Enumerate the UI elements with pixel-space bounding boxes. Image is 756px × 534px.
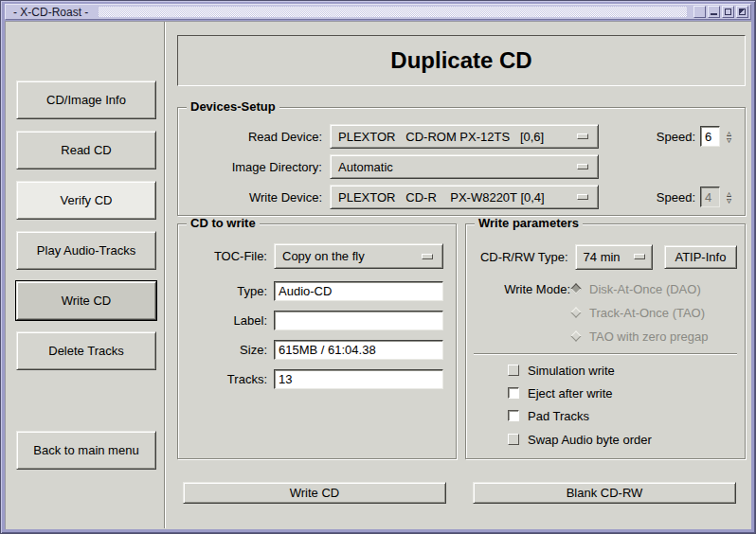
option-menu-indicator-icon (577, 164, 588, 169)
type-label: Type: (188, 284, 267, 298)
write-parameters-separator (474, 353, 737, 354)
image-directory-value: Automatic (338, 160, 393, 174)
checkbox-simulation-write[interactable]: Simulation write (508, 364, 615, 377)
checkbox-label: Pad Tracks (528, 409, 589, 423)
write-parameters-frame: Write parameters CD-R/RW Type: 74 min AT… (465, 223, 746, 459)
read-device-select[interactable]: PLEXTOR CD-ROM PX-12TS [0,6] (330, 124, 599, 149)
checkbox-label: Swap Audio byte order (528, 433, 652, 447)
label-label: Label: (188, 313, 267, 328)
atip-info-label: ATIP-Info (675, 250, 726, 264)
write-device-label: Write Device: (188, 190, 322, 205)
sidebar-item-read-cd[interactable]: Read CD (16, 131, 156, 169)
minimize-button[interactable] (708, 6, 720, 18)
atip-info-button[interactable]: ATIP-Info (664, 245, 737, 269)
radio-label: TAO with zero pregap (589, 329, 708, 344)
write-device-value: PLEXTOR CD-R PX-W8220T [0,4] (338, 190, 545, 205)
window-extra-button[interactable] (693, 6, 706, 18)
close-icon (739, 9, 746, 15)
read-speed-input[interactable]: 6 (700, 126, 720, 147)
radio-icon (570, 283, 581, 294)
app-window: - X-CD-Roast - CD/Image Info Read CD Ver… (0, 0, 756, 534)
write-cd-button[interactable]: Write CD (183, 482, 446, 504)
read-device-label: Read Device: (188, 130, 322, 144)
sidebar-item-label: Back to main menu (33, 443, 138, 457)
sidebar-item-verify-cd[interactable]: Verify CD (16, 181, 156, 220)
option-menu-indicator-icon (577, 194, 588, 200)
radio-tao: Track-At-Once (TAO) (570, 305, 705, 320)
content-area: CD/Image Info Read CD Verify CD Play Aud… (5, 21, 751, 529)
checkbox-pad-tracks[interactable]: Pad Tracks (508, 409, 589, 422)
option-menu-indicator-icon (577, 134, 588, 139)
sidebar-item-label: Play Audio-Tracks (37, 243, 135, 258)
sidebar-item-label: Read CD (61, 143, 111, 157)
read-device-value: PLEXTOR CD-ROM PX-12TS [0,6] (338, 130, 544, 144)
cd-to-write-frame: CD to write TOC-File: Copy on the fly Ty… (177, 223, 457, 459)
option-menu-indicator-icon (422, 254, 433, 259)
spin-down-icon[interactable]: ▿ (723, 136, 735, 143)
sidebar-item-label: Verify CD (61, 193, 113, 207)
titlebar[interactable]: - X-CD-Roast - (5, 4, 751, 20)
type-input[interactable]: Audio-CD (274, 281, 443, 301)
sidebar-item-play-audio-tracks[interactable]: Play Audio-Tracks (16, 231, 156, 270)
checkbox-icon[interactable] (508, 410, 519, 421)
write-speed-value: 4 (705, 190, 711, 205)
radio-icon (570, 330, 581, 341)
page-title: Duplicate CD (390, 47, 531, 74)
spin-down-icon[interactable]: ▿ (723, 197, 735, 204)
size-value: 615MB / 61:04.38 (279, 343, 376, 357)
back-to-main-menu-button[interactable]: Back to main menu (16, 431, 156, 470)
radio-icon (570, 307, 581, 317)
write-cd-button-label: Write CD (290, 486, 339, 500)
read-speed-label: Speed: (657, 130, 695, 144)
image-directory-label: Image Directory: (188, 160, 322, 174)
radio-tao-zero-pregap: TAO with zero pregap (570, 329, 708, 344)
radio-label: Disk-At-Once (DAO) (589, 282, 701, 296)
write-device-select[interactable]: PLEXTOR CD-R PX-W8220T [0,4] (330, 185, 599, 209)
sidebar-item-write-cd[interactable]: Write CD (16, 281, 156, 320)
checkbox-label: Simulation write (528, 364, 615, 378)
cd-to-write-legend: CD to write (187, 217, 260, 230)
write-speed-input: 4 (700, 187, 720, 207)
write-speed-label: Speed: (657, 190, 695, 205)
page-title-box: Duplicate CD (177, 35, 746, 86)
sidebar-item-label: Delete Tracks (48, 344, 123, 358)
read-speed-value: 6 (705, 130, 711, 144)
cdr-type-select[interactable]: 74 min (575, 244, 653, 270)
sidebar-item-label: Write CD (62, 294, 111, 308)
checkbox-icon[interactable] (508, 434, 519, 445)
sidebar-item-delete-tracks[interactable]: Delete Tracks (16, 331, 156, 370)
radio-label: Track-At-Once (TAO) (589, 306, 705, 320)
titlebar-stipple (99, 7, 687, 17)
minimize-icon (711, 13, 717, 15)
label-input[interactable] (274, 311, 443, 330)
image-directory-select[interactable]: Automatic (330, 154, 599, 179)
close-button[interactable] (736, 6, 748, 18)
write-mode-label: Write Mode: (474, 282, 570, 296)
checkbox-icon[interactable] (508, 365, 519, 376)
cdr-type-label: CD-R/RW Type: (474, 250, 568, 264)
toc-file-select[interactable]: Copy on the fly (274, 243, 443, 269)
sidebar-item-cd-image-info[interactable]: CD/Image Info (16, 80, 156, 119)
tracks-input[interactable]: 13 (274, 369, 443, 389)
type-value: Audio-CD (279, 284, 332, 298)
radio-dao: Disk-At-Once (DAO) (570, 281, 701, 296)
tracks-value: 13 (279, 372, 292, 386)
sidebar-item-label: CD/Image Info (46, 93, 126, 107)
option-menu-indicator-icon (634, 254, 645, 259)
size-input[interactable]: 615MB / 61:04.38 (274, 340, 443, 360)
maximize-button[interactable] (722, 6, 734, 18)
sidebar-separator (164, 22, 165, 528)
tracks-label: Tracks: (188, 372, 267, 386)
devices-setup-legend: Devices-Setup (187, 100, 279, 114)
toc-file-label: TOC-File: (188, 249, 267, 263)
checkbox-swap-audio-byte-order[interactable]: Swap Audio byte order (508, 433, 652, 446)
write-speed-spinner[interactable]: ▵▿ (723, 190, 735, 204)
blank-cdrw-button-label: Blank CD-RW (567, 486, 643, 500)
checkbox-eject-after-write[interactable]: Eject after write (508, 386, 613, 400)
read-speed-spinner[interactable]: ▵▿ (723, 130, 735, 143)
maximize-icon (725, 9, 731, 15)
cdr-type-value: 74 min (584, 250, 621, 264)
checkbox-icon[interactable] (508, 387, 519, 399)
blank-cdrw-button[interactable]: Blank CD-RW (473, 482, 736, 504)
size-label: Size: (188, 343, 267, 357)
